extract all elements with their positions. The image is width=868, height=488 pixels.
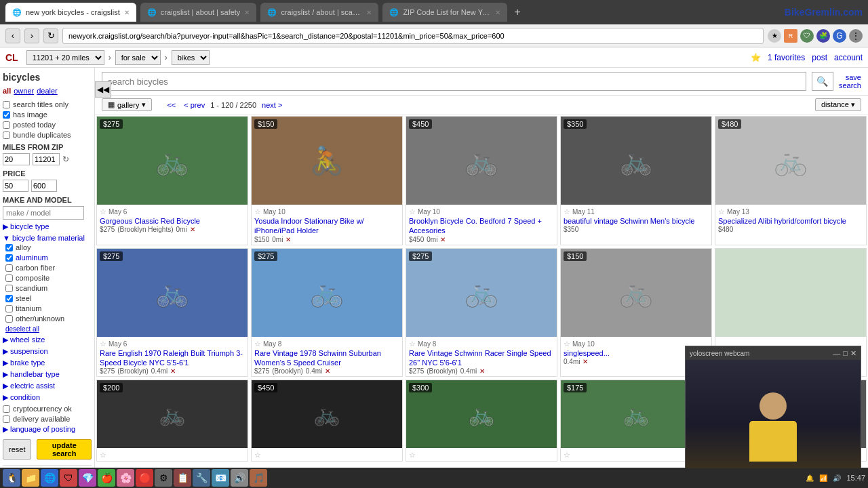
sort-button[interactable]: distance ▾ bbox=[815, 98, 861, 111]
taskbar-wifi-icon[interactable]: 📶 bbox=[819, 474, 827, 482]
taskbar-app-flower[interactable]: 🌸 bbox=[117, 469, 134, 487]
url-bar[interactable] bbox=[62, 28, 764, 44]
search-button[interactable]: 🔍 bbox=[812, 72, 833, 91]
brake-link[interactable]: ▶ brake type bbox=[3, 359, 92, 367]
first-page-button[interactable]: << bbox=[164, 100, 178, 110]
zip-input[interactable] bbox=[33, 153, 60, 165]
favorite-icon[interactable]: ☆ bbox=[100, 340, 106, 348]
scandium-checkbox[interactable] bbox=[5, 285, 13, 292]
webcam-maximize[interactable]: □ bbox=[843, 349, 848, 358]
listing-title[interactable]: Yosuda Indoor Stationary Bike w/ iPhone/… bbox=[254, 216, 399, 236]
taskbar-app-clipboard[interactable]: 📋 bbox=[174, 469, 191, 487]
taskbar-app-files[interactable]: 📁 bbox=[22, 469, 39, 487]
new-tab-button[interactable]: + bbox=[511, 6, 523, 18]
for-sale-select[interactable]: for sale bbox=[115, 50, 161, 65]
shield-icon[interactable]: 🛡 bbox=[800, 29, 814, 43]
tab-close-3[interactable]: ✕ bbox=[366, 9, 372, 16]
account-link[interactable]: account bbox=[834, 53, 863, 62]
carbon-checkbox[interactable] bbox=[5, 264, 13, 272]
tab-close-1[interactable]: ✕ bbox=[124, 9, 130, 16]
update-search-button[interactable]: update search bbox=[37, 439, 92, 460]
taskbar-app-red[interactable]: 🔴 bbox=[136, 469, 153, 487]
menu-icon[interactable]: ⋮ bbox=[849, 29, 863, 43]
taskbar-notification-icon[interactable]: 🔔 bbox=[806, 474, 814, 482]
favorite-icon[interactable]: ☆ bbox=[564, 451, 570, 460]
favorite-icon[interactable]: ☆ bbox=[409, 451, 416, 460]
taskbar-volume-icon[interactable]: 🔊 bbox=[833, 474, 841, 482]
listing-title[interactable]: Specialized Alibi hybrid/comfort bicycle bbox=[718, 216, 863, 226]
bicycle-type-link[interactable]: ▶ bicycle type bbox=[3, 222, 92, 231]
price-max-input[interactable] bbox=[31, 180, 57, 192]
favorite-icon[interactable]: ☆ bbox=[409, 207, 416, 216]
listing-item[interactable]: 🚲 $275 ☆ May 6 Rare English 1970 Raleigh… bbox=[96, 248, 248, 378]
favorite-icon[interactable]: ☆ bbox=[564, 340, 570, 348]
tab-safety[interactable]: 🌐 craigslist | about | safety ✕ bbox=[140, 3, 257, 22]
remove-listing-button[interactable]: ✕ bbox=[190, 226, 195, 233]
search-input[interactable] bbox=[102, 72, 806, 91]
tab-bicycles[interactable]: 🌐 new york bicycles - craigslist ✕ bbox=[5, 3, 136, 22]
forward-button[interactable]: › bbox=[24, 28, 39, 43]
tab-owner[interactable]: owner bbox=[14, 87, 34, 95]
aluminum-checkbox[interactable] bbox=[5, 254, 13, 262]
listing-title[interactable]: Rare Vintage Schwinn Racer Single Speed … bbox=[409, 348, 554, 368]
favorite-icon[interactable]: ☆ bbox=[718, 207, 725, 216]
reload-button[interactable]: ↻ bbox=[43, 28, 58, 43]
taskbar-app-music[interactable]: 🎵 bbox=[250, 469, 267, 487]
remove-listing-button[interactable]: ✕ bbox=[170, 367, 176, 375]
tab-all[interactable]: all bbox=[3, 87, 11, 95]
extension-icon[interactable]: 🧩 bbox=[816, 29, 830, 43]
price-min-input[interactable] bbox=[3, 180, 28, 192]
reset-button[interactable]: reset bbox=[3, 439, 31, 460]
language-link[interactable]: ▶ language of posting bbox=[3, 425, 92, 434]
titanium-checkbox[interactable] bbox=[5, 305, 13, 312]
tab-close-2[interactable]: ✕ bbox=[244, 9, 250, 16]
listing-item[interactable]: 🚲 $450 ☆ May 10 Brooklyn Bicycle Co. Bed… bbox=[406, 116, 557, 245]
tab-scams[interactable]: 🌐 craigslist / about | scams ✕ bbox=[260, 3, 378, 22]
sidebar-toggle[interactable]: ◀◀ bbox=[95, 81, 111, 98]
listing-item[interactable]: 🚲 $275 ☆ May 6 Gorgeous Classic Red Bicy… bbox=[96, 116, 248, 245]
location-select[interactable]: 11201 + 20 miles bbox=[26, 50, 104, 65]
remove-listing-button[interactable]: ✕ bbox=[479, 367, 485, 375]
post-link[interactable]: post bbox=[812, 53, 827, 62]
tab-dealer[interactable]: dealer bbox=[37, 87, 58, 95]
listing-item[interactable]: 🚲 $480 ☆ May 13 Specialized Alibi hybrid… bbox=[715, 116, 867, 245]
profile-icon[interactable]: G bbox=[833, 29, 846, 43]
taskbar-app-browser[interactable]: 🌐 bbox=[41, 469, 58, 487]
webcam-close[interactable]: ✕ bbox=[850, 349, 856, 358]
deselect-all-link[interactable]: deselect all bbox=[5, 325, 39, 333]
taskbar-app-speaker[interactable]: 🔊 bbox=[231, 469, 248, 487]
taskbar-app-penguin[interactable]: 🐧 bbox=[3, 469, 20, 487]
favorite-icon[interactable]: ☆ bbox=[254, 207, 261, 216]
remove-listing-button[interactable]: ✕ bbox=[325, 367, 330, 375]
tab-zipcode[interactable]: 🌐 ZIP Code List for New York ✕ bbox=[382, 3, 507, 22]
remove-listing-button[interactable]: ✕ bbox=[285, 236, 291, 243]
steel-checkbox[interactable] bbox=[5, 295, 13, 302]
listing-item[interactable]: 🚴 $150 ☆ May 10 Yosuda Indoor Stationary… bbox=[251, 116, 403, 245]
taskbar-app-mail[interactable]: 📧 bbox=[212, 469, 229, 487]
posted-today-checkbox[interactable] bbox=[3, 121, 10, 129]
back-button[interactable]: ‹ bbox=[5, 28, 20, 43]
condition-link[interactable]: ▶ condition bbox=[3, 393, 92, 402]
taskbar-app-apple[interactable]: 🍎 bbox=[98, 469, 115, 487]
miles-input[interactable] bbox=[3, 153, 30, 165]
save-link[interactable]: save bbox=[846, 73, 861, 81]
favorite-icon[interactable]: ☆ bbox=[564, 207, 570, 216]
suspension-link[interactable]: ▶ suspension bbox=[3, 347, 92, 356]
taskbar-app-gear[interactable]: ⚙ bbox=[155, 469, 172, 487]
next-page-button[interactable]: next > bbox=[259, 100, 285, 110]
listing-title[interactable]: Rare English 1970 Raleigh Built Triumph … bbox=[100, 348, 245, 368]
favorites-link[interactable]: 1 favorites bbox=[768, 53, 805, 62]
favorite-icon[interactable]: ☆ bbox=[254, 451, 261, 460]
listing-item[interactable]: 🚲 $450 ☆ bbox=[251, 380, 403, 462]
gallery-view-button[interactable]: ▦ gallery ▾ bbox=[102, 98, 152, 111]
listing-title[interactable]: Rare Vintage 1978 Schwinn Suburban Women… bbox=[254, 348, 399, 368]
make-model-input[interactable] bbox=[3, 206, 84, 220]
listing-title[interactable]: beautiful vintage Schwinn Men's bicycle bbox=[564, 216, 709, 226]
composite-checkbox[interactable] bbox=[5, 274, 13, 282]
taskbar-app-wrench[interactable]: 🔧 bbox=[193, 469, 210, 487]
alloy-checkbox[interactable] bbox=[5, 244, 13, 251]
listing-item[interactable]: 🚲 $200 ☆ bbox=[96, 380, 248, 462]
frame-material-link[interactable]: ▼ bicycle frame material bbox=[3, 234, 92, 242]
tab-close-4[interactable]: ✕ bbox=[495, 9, 500, 16]
favorite-icon[interactable]: ☆ bbox=[409, 340, 416, 348]
